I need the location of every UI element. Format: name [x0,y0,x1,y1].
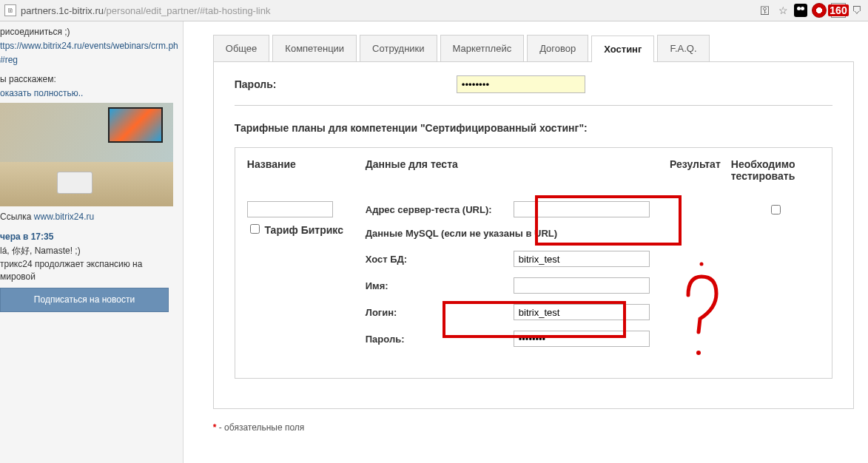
hosting-panel: Пароль: Тарифные планы для компетенции "… [213,61,854,409]
left-sidebar: рисоединиться ;) ttps://www.bitrix24.ru/… [0,21,183,463]
required-note: * - обязательные поля [213,422,868,433]
tab-hosting[interactable]: Хостинг [591,36,654,62]
url-path: /personal/edit_partner/#tab-hosting-link [104,5,270,16]
toolbar-icons: ⚿ ☆ 160 ⛉ [758,3,864,18]
dbhost-input[interactable] [514,251,650,267]
dbpass-input[interactable] [514,331,650,347]
subscribe-button[interactable]: Подписаться на новости [0,288,169,312]
table-row: Тариф Битрикс Адрес сервер-теста (URL): … [247,201,820,357]
col-testdata: Данные для теста [366,158,639,182]
need-test-checkbox[interactable] [771,205,781,214]
col-result: Результат [639,158,721,182]
badge-count: 160 [828,4,848,16]
side-text: рисоединиться ;) [0,26,178,38]
mysql-subtitle: Данные MySQL (если не указаны в URL) [366,228,650,239]
dblogin-label: Логин: [366,307,514,318]
page-icon: 🗎 [4,4,16,16]
incognito-icon[interactable] [794,4,807,17]
side-time-link[interactable]: чера в 17:35 [0,232,53,242]
section-title: Тарифные планы для компетенции "Сертифиц… [235,122,832,134]
link-label: Ссылка [0,212,31,222]
side-link-webinar[interactable]: ttps://www.bitrix24.ru/events/webinars/c… [0,41,178,51]
dbhost-label: Хост БД: [366,254,514,265]
tariff-plan-box: Название Данные для теста Результат Необ… [235,147,832,379]
side-link-bitrix24[interactable]: www.bitrix24.ru [34,212,94,222]
tab-faq[interactable]: F.A.Q. [657,35,709,61]
browser-address-bar: 🗎 partners.1c-bitrix.ru/personal/edit_pa… [0,0,868,21]
tariff-bitrix-checkbox[interactable] [250,224,260,234]
side-link-reg[interactable]: #reg [0,55,18,65]
password-label: Пароль: [235,78,457,90]
tab-marketplace[interactable]: Маркетплейс [440,35,525,61]
divider [235,105,832,106]
password-field[interactable] [457,75,585,93]
shield-icon[interactable]: ⛉ [850,4,864,17]
side-expansion-text: трикс24 продолжает экспансию на мировой [0,258,178,283]
url-label: Адрес сервер-теста (URL): [366,204,514,215]
extension-icon-2[interactable]: 160 [831,3,846,18]
required-text: - обязательные поля [219,422,305,433]
star-icon[interactable]: ☆ [776,4,790,17]
extension-icon-1[interactable] [812,3,827,18]
side-text: ы расскажем: [0,73,178,86]
dbpass-label: Пароль: [366,334,514,345]
tab-employees[interactable]: Сотрудники [360,35,437,61]
dblogin-input[interactable] [514,304,650,320]
required-mark: * [213,422,217,433]
col-name: Название [247,158,366,182]
dbname-input[interactable] [514,277,650,294]
dbname-label: Имя: [366,280,514,291]
key-icon[interactable]: ⚿ [758,4,772,17]
tariff-bitrix-label: Тариф Битрикс [264,224,343,236]
tariff-name-input[interactable] [247,201,333,217]
col-needtest: Необходимо тестировать [721,158,820,182]
table-header: Название Данные для теста Результат Необ… [247,158,820,182]
side-expand-link[interactable]: оказать полностью.. [0,88,83,98]
url-host: partners.1c-bitrix.ru [21,5,104,16]
tab-general[interactable]: Общее [213,35,270,61]
tab-contract[interactable]: Договор [527,35,588,61]
tab-bar: Общее Компетенции Сотрудники Маркетплейс… [213,35,868,61]
url-input[interactable] [514,201,650,217]
side-greeting: lá, 你好, Namaste! ;) [0,245,178,257]
url-display[interactable]: partners.1c-bitrix.ru/personal/edit_part… [21,5,754,16]
tab-competence[interactable]: Компетенции [272,35,357,61]
side-photo[interactable] [0,103,173,206]
main-content: Общее Компетенции Сотрудники Маркетплейс… [183,21,868,463]
